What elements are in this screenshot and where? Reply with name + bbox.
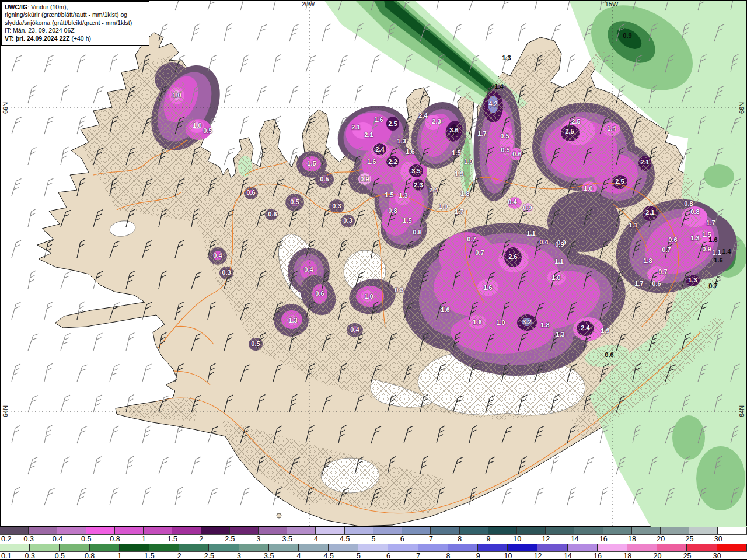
- legend-tick-label: 10: [513, 535, 521, 543]
- legend-color-segment: [0, 527, 29, 534]
- legend-color-segment: [661, 527, 689, 534]
- legend-tick-label: 1.5: [167, 535, 177, 543]
- legend-color-segment: [603, 527, 632, 534]
- legend-color-segment: [90, 544, 120, 551]
- legend-tick-label: 9: [486, 535, 490, 543]
- legend-tick-label: 12: [542, 535, 550, 543]
- legend-tick-label: 0.8: [110, 535, 120, 543]
- legend-tick-label: 1: [142, 535, 146, 543]
- legend-color-segment: [508, 544, 537, 551]
- legend-color-segment: [418, 544, 448, 551]
- legend-color-segment: [299, 544, 329, 551]
- legend-color-segment: [57, 527, 86, 534]
- island-heimaey: [277, 513, 281, 518]
- title-line-3: slydda/snjókoma (grátt/bleikt/grænt - mm…: [5, 19, 146, 27]
- legend-tick-label: 2: [199, 535, 203, 543]
- title-box: UWC/IG: Vindur (10m), rigning/skúrir (gr…: [1, 1, 149, 46]
- legend-color-segment: [120, 544, 149, 551]
- legend-color-segment: [230, 527, 259, 534]
- legend-tick-label: 20: [657, 535, 665, 543]
- legend-color-segment: [488, 527, 517, 534]
- snow-scale-labels: 0.10.30.50.811.522.533.544.5567891012141…: [0, 552, 747, 559]
- legend-color-segment: [86, 527, 115, 534]
- legend-tick-label: 16: [599, 535, 608, 543]
- legend-color-segment: [60, 544, 89, 551]
- weather-map-page: 1.01.00.50.60.60.51.50.50.30.32.12.11.62…: [0, 0, 747, 560]
- title-line-5: VT: þri. 24.09.2024 22Z (+40 h): [5, 35, 146, 43]
- legend-tick-label: 3.5: [282, 535, 292, 543]
- legend-color-segment: [29, 527, 57, 534]
- legend-color-segment: [358, 544, 388, 551]
- legend-tick-label: 18: [628, 535, 636, 543]
- legend-tick-label: 0.2: [1, 535, 11, 543]
- legend-color-segment: [460, 527, 488, 534]
- rain-scale-strip: [0, 527, 747, 535]
- legend-color-segment: [402, 527, 431, 534]
- legend-color-segment: [689, 527, 718, 534]
- legend-color-segment: [239, 544, 269, 551]
- legend-color-segment: [627, 544, 657, 551]
- map-area: 1.01.00.50.60.60.51.50.50.30.32.12.11.62…: [0, 0, 747, 527]
- legend-color-segment: [345, 527, 374, 534]
- legend-color-segment: [144, 527, 172, 534]
- legend-color-segment: [329, 544, 358, 551]
- legend-tick-label: 0.4: [53, 535, 62, 543]
- rain-scale-labels: 0.20.30.40.50.811.522.533.544.5567891012…: [0, 535, 747, 544]
- legend-color-segment: [388, 544, 418, 551]
- legend-color-segment: [546, 527, 574, 534]
- legend-tick-label: 7: [429, 535, 433, 543]
- legend-color-segment: [179, 544, 209, 551]
- legend-color-segment: [448, 544, 478, 551]
- legend-tick-label: 4.5: [340, 535, 350, 543]
- legend-color-segment: [269, 544, 299, 551]
- legend-color-segment: [687, 544, 717, 551]
- legend-tick-label: 0.3: [24, 535, 34, 543]
- snow-scale-strip: [0, 544, 747, 552]
- legend-color-segment: [632, 527, 661, 534]
- legend-color-segment: [115, 527, 144, 534]
- legend-tick-label: 0.5: [81, 535, 91, 543]
- title-line-1: UWC/IG: Vindur (10m),: [5, 4, 146, 11]
- iceland-map: [0, 0, 747, 527]
- legend-color-segment: [574, 527, 603, 534]
- legend-tick-label: 5: [372, 535, 376, 543]
- legend: 0.20.30.40.50.811.522.533.544.5567891012…: [0, 527, 747, 560]
- legend-color-segment: [718, 527, 746, 534]
- legend-tick-label: 25: [686, 535, 694, 543]
- legend-color-segment: [537, 544, 567, 551]
- legend-color-segment: [287, 527, 316, 534]
- legend-color-segment: [0, 544, 30, 551]
- legend-tick-label: 4: [314, 535, 318, 543]
- legend-color-segment: [598, 544, 627, 551]
- legend-tick-label: 14: [571, 535, 579, 543]
- legend-tick-label: 30: [714, 535, 722, 543]
- legend-color-segment: [517, 527, 546, 534]
- legend-tick-label: 6: [400, 535, 404, 543]
- legend-tick-label: 8: [458, 535, 462, 543]
- legend-color-segment: [657, 544, 687, 551]
- legend-color-segment: [30, 544, 60, 551]
- legend-color-segment: [316, 527, 344, 534]
- title-line-4: IT: Mán. 23. 09. 2024 06Z: [5, 27, 146, 34]
- legend-color-segment: [478, 544, 508, 551]
- legend-color-segment: [172, 527, 201, 534]
- legend-color-segment: [568, 544, 598, 551]
- legend-color-segment: [149, 544, 179, 551]
- legend-color-segment: [259, 527, 287, 534]
- legend-color-segment: [717, 544, 747, 551]
- legend-color-segment: [201, 527, 230, 534]
- legend-color-segment: [431, 527, 459, 534]
- legend-color-segment: [209, 544, 239, 551]
- legend-tick-label: 2.5: [225, 535, 235, 543]
- legend-color-segment: [374, 527, 402, 534]
- legend-tick-label: 3: [257, 535, 261, 543]
- title-line-2: rigning/skúrir (grænt/blátt/rautt - mm/1…: [5, 11, 146, 19]
